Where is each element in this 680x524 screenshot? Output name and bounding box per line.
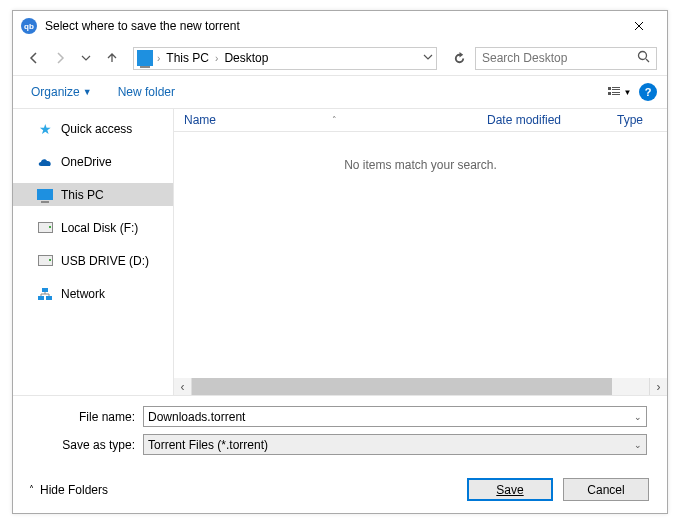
address-dropdown-button[interactable] (423, 51, 433, 65)
svg-rect-8 (38, 296, 44, 300)
up-button[interactable] (101, 47, 123, 69)
chevron-down-icon (423, 52, 433, 62)
search-box[interactable] (475, 47, 657, 70)
refresh-icon (453, 52, 466, 65)
saveastype-label: Save as type: (33, 438, 143, 452)
recent-locations-button[interactable] (75, 47, 97, 69)
sidebar-item-onedrive[interactable]: OneDrive (13, 150, 173, 173)
svg-rect-5 (612, 92, 620, 93)
scroll-right-button[interactable]: › (650, 378, 667, 395)
close-icon (634, 21, 644, 31)
horizontal-scrollbar[interactable]: ‹ › (174, 378, 667, 395)
svg-rect-9 (46, 296, 52, 300)
close-button[interactable] (619, 12, 659, 40)
chevron-up-icon: ˄ (29, 484, 34, 495)
quick-access-icon: ★ (37, 121, 53, 137)
onedrive-icon (37, 154, 53, 170)
organize-menu[interactable]: Organize ▼ (31, 85, 92, 99)
sidebar-item-label: OneDrive (61, 155, 112, 169)
sidebar-item-label: Network (61, 287, 105, 301)
footer: ˄ Hide Folders Save Cancel (13, 466, 667, 513)
sidebar-item-label: USB DRIVE (D:) (61, 254, 149, 268)
sidebar-item-label: This PC (61, 188, 104, 202)
drive-icon (37, 220, 53, 236)
new-folder-button[interactable]: New folder (118, 85, 175, 99)
filename-label: File name: (33, 410, 143, 424)
column-header-row: Name ˄ Date modified Type (174, 109, 667, 132)
help-button[interactable]: ? (639, 83, 657, 101)
column-header-type[interactable]: Type (607, 113, 667, 127)
app-icon (21, 18, 37, 34)
saveastype-field[interactable]: ⌄ (143, 434, 647, 455)
empty-message: No items match your search. (174, 132, 667, 378)
back-button[interactable] (23, 47, 45, 69)
save-dialog: Select where to save the new torrent › T… (12, 10, 668, 514)
scroll-thumb[interactable] (192, 378, 612, 395)
filename-input[interactable] (148, 410, 634, 424)
sidebar-item-label: Quick access (61, 122, 132, 136)
arrow-left-icon (28, 52, 40, 64)
pc-icon (137, 50, 153, 66)
svg-rect-2 (612, 87, 620, 88)
sidebar-item-local-disk[interactable]: Local Disk (F:) (13, 216, 173, 239)
search-icon (637, 50, 650, 66)
nav-row: › This PC › Desktop (13, 41, 667, 75)
file-list-area: Name ˄ Date modified Type No items match… (174, 109, 667, 395)
sidebar: ★ Quick access OneDrive This PC Local Di… (13, 109, 173, 395)
saveastype-input[interactable] (148, 438, 634, 452)
search-input[interactable] (482, 51, 637, 65)
chevron-down-icon[interactable]: ⌄ (634, 440, 642, 450)
svg-rect-4 (608, 92, 611, 95)
window-title: Select where to save the new torrent (45, 19, 619, 33)
save-button[interactable]: Save (467, 478, 553, 501)
svg-rect-3 (612, 89, 620, 90)
sidebar-item-usb-drive[interactable]: USB DRIVE (D:) (13, 249, 173, 272)
arrow-up-icon (106, 52, 118, 64)
filename-row: File name: ⌄ (33, 406, 647, 427)
chevron-down-icon: ▼ (83, 87, 92, 97)
form-area: File name: ⌄ Save as type: ⌄ (13, 395, 667, 466)
sidebar-item-network[interactable]: Network (13, 282, 173, 305)
scroll-left-button[interactable]: ‹ (174, 378, 191, 395)
arrow-right-icon (54, 52, 66, 64)
breadcrumb[interactable]: Desktop (222, 51, 270, 65)
drive-icon (37, 253, 53, 269)
sidebar-item-label: Local Disk (F:) (61, 221, 138, 235)
filename-field[interactable]: ⌄ (143, 406, 647, 427)
sidebar-item-quick-access[interactable]: ★ Quick access (13, 117, 173, 140)
breadcrumb[interactable]: This PC (164, 51, 211, 65)
svg-rect-6 (612, 94, 620, 95)
pc-icon (37, 187, 53, 203)
svg-point-0 (639, 52, 647, 60)
body: ★ Quick access OneDrive This PC Local Di… (13, 109, 667, 395)
chevron-down-icon (80, 52, 92, 64)
saveastype-row: Save as type: ⌄ (33, 434, 647, 455)
toolbar: Organize ▼ New folder ▼ ? (13, 75, 667, 109)
column-label: Name (184, 113, 216, 127)
address-bar[interactable]: › This PC › Desktop (133, 47, 437, 70)
scroll-track[interactable] (191, 378, 650, 395)
column-header-date[interactable]: Date modified (477, 113, 607, 127)
chevron-down-icon: ▼ (624, 88, 632, 97)
breadcrumb-separator-icon: › (157, 53, 160, 64)
refresh-button[interactable] (447, 46, 471, 70)
breadcrumb-separator-icon: › (215, 53, 218, 64)
sort-indicator-icon: ˄ (332, 115, 337, 125)
svg-rect-1 (608, 87, 611, 90)
view-details-icon (607, 85, 621, 99)
column-header-name[interactable]: Name ˄ (174, 113, 477, 127)
titlebar: Select where to save the new torrent (13, 11, 667, 41)
organize-label: Organize (31, 85, 80, 99)
sidebar-item-this-pc[interactable]: This PC (13, 183, 173, 206)
chevron-down-icon[interactable]: ⌄ (634, 412, 642, 422)
cancel-button[interactable]: Cancel (563, 478, 649, 501)
svg-rect-7 (42, 288, 48, 292)
hide-folders-label: Hide Folders (40, 483, 108, 497)
forward-button[interactable] (49, 47, 71, 69)
network-icon (37, 286, 53, 302)
hide-folders-toggle[interactable]: ˄ Hide Folders (29, 483, 108, 497)
view-options-button[interactable]: ▼ (605, 81, 633, 103)
